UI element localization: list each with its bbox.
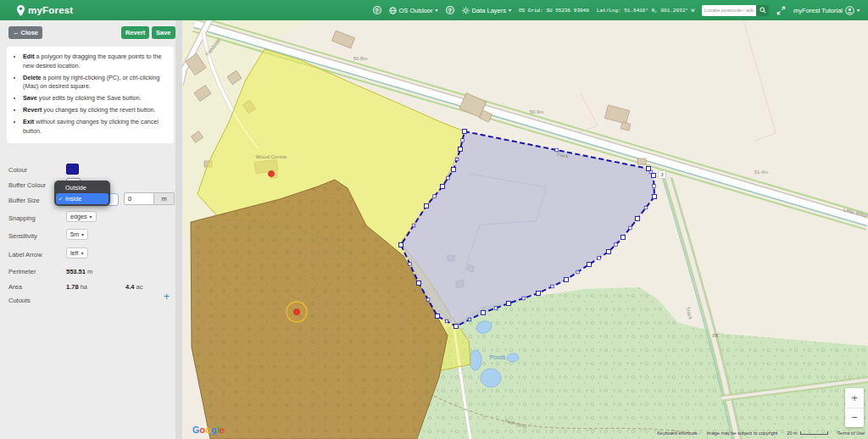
polygon-vertex-handle[interactable] bbox=[441, 185, 445, 189]
polygon-vertex-handle[interactable] bbox=[399, 243, 403, 247]
polygon-vertex-handle[interactable] bbox=[647, 167, 651, 171]
label-arrow-select[interactable]: left▾ bbox=[66, 247, 88, 258]
polygon-vertex-handle[interactable] bbox=[565, 278, 569, 282]
colour-swatch[interactable] bbox=[66, 164, 79, 175]
chevron-down-icon: ▾ bbox=[509, 8, 511, 13]
buffer-size-label: Buffer Size bbox=[8, 197, 40, 204]
polygon-midpoint-handle[interactable] bbox=[653, 185, 656, 188]
map-pin-icon bbox=[17, 5, 25, 16]
polygon-midpoint-handle[interactable] bbox=[598, 257, 601, 260]
compartment-marker[interactable] bbox=[293, 308, 299, 314]
brand[interactable]: myForest bbox=[17, 5, 73, 16]
area-label: Area bbox=[8, 283, 22, 291]
snapping-select[interactable]: edges▾ bbox=[66, 211, 97, 222]
keyboard-shortcuts-link[interactable]: Keyboard shortcuts bbox=[657, 431, 697, 436]
polygon-midpoint-handle[interactable] bbox=[445, 320, 448, 323]
help-icon-basemap[interactable]: ? bbox=[373, 6, 381, 14]
polygon-midpoint-handle[interactable] bbox=[412, 224, 415, 227]
polygon-vertex-handle[interactable] bbox=[636, 217, 640, 221]
chevron-down-icon: ▾ bbox=[436, 8, 438, 13]
polygon-midpoint-handle[interactable] bbox=[576, 270, 580, 274]
menu-option-inside[interactable]: ✓Inside bbox=[56, 193, 108, 204]
help-glyph: ? bbox=[448, 8, 451, 14]
polygon-midpoint-handle[interactable] bbox=[455, 158, 459, 161]
label-arrow-value: left bbox=[70, 249, 79, 257]
search-input[interactable] bbox=[702, 5, 756, 16]
label-arrow-label: Label Arrow bbox=[8, 251, 42, 258]
compartment-marker[interactable] bbox=[268, 170, 274, 176]
google-logo-letter: o bbox=[205, 425, 211, 435]
account-label: myForest Tutorial bbox=[793, 7, 843, 14]
menu-option-outside[interactable]: Outside bbox=[56, 182, 108, 193]
polygon-midpoint-handle[interactable] bbox=[551, 285, 554, 288]
fullscreen-icon[interactable] bbox=[776, 6, 786, 15]
polygon-vertex-handle[interactable] bbox=[463, 130, 467, 134]
search-button[interactable] bbox=[756, 5, 769, 16]
polygon-vertex-handle[interactable] bbox=[652, 174, 656, 178]
snapping-label: Snapping bbox=[8, 214, 36, 222]
polygon-midpoint-handle[interactable] bbox=[644, 206, 648, 209]
zoom-out-button[interactable]: − bbox=[845, 408, 864, 428]
data-layers-dropdown[interactable]: Data Layers ▾ bbox=[462, 7, 511, 14]
polygon-vertex-handle[interactable] bbox=[621, 236, 626, 240]
coordinates-readout: OS Grid: SU 55236 93940 Lat/Lng: 51.6416… bbox=[519, 8, 694, 14]
chevron-down-icon: ▾ bbox=[857, 8, 860, 13]
help-icon-layers[interactable]: ? bbox=[446, 6, 454, 14]
zoom-in-button[interactable]: + bbox=[845, 388, 864, 408]
search-icon bbox=[760, 7, 766, 14]
polygon-vertex-handle[interactable] bbox=[537, 292, 541, 296]
add-cutout-button[interactable]: + bbox=[164, 292, 170, 302]
scale-bar bbox=[800, 431, 828, 435]
snapping-value: edges bbox=[70, 213, 87, 220]
polygon-midpoint-handle[interactable] bbox=[494, 307, 498, 310]
google-logo-letter: e bbox=[220, 425, 225, 435]
gear-icon bbox=[462, 7, 470, 14]
account-menu[interactable]: myForest Tutorial ▾ bbox=[793, 6, 860, 15]
close-button[interactable]: ← Close bbox=[8, 26, 42, 39]
polygon-vertex-handle[interactable] bbox=[452, 168, 456, 172]
polygon-vertex-handle[interactable] bbox=[436, 314, 440, 319]
polygon-vertex-handle[interactable] bbox=[481, 311, 486, 315]
polygon-midpoint-handle[interactable] bbox=[433, 195, 437, 198]
brand-label: myForest bbox=[28, 5, 73, 15]
menu-option-label: Inside bbox=[65, 195, 81, 203]
save-button[interactable]: Save bbox=[152, 26, 175, 39]
map-canvas[interactable]: Fieldside50.8m50.9mTrack351.4mLittle Wit… bbox=[182, 20, 868, 439]
buffer-colour-menu: Outside✓Inside bbox=[54, 181, 110, 206]
scale-text: 20 m bbox=[787, 431, 797, 436]
edit-polygon-panel: ← Close Revert Save Edit a polygon by dr… bbox=[0, 20, 175, 439]
polygon-midpoint-handle[interactable] bbox=[629, 226, 632, 230]
polygon-midpoint-handle[interactable] bbox=[409, 263, 412, 266]
polygon-vertex-handle[interactable] bbox=[454, 325, 459, 329]
os-grid-value: OS Grid: SU 55236 93940 bbox=[519, 8, 589, 14]
revert-button[interactable]: Revert bbox=[121, 26, 149, 39]
polygon-vertex-handle[interactable] bbox=[653, 195, 657, 199]
map-label: 50.9m bbox=[530, 109, 544, 114]
polygon-midpoint-handle[interactable] bbox=[461, 139, 465, 142]
buffer-size-input[interactable] bbox=[124, 192, 154, 205]
polygon-midpoint-handle[interactable] bbox=[522, 297, 526, 300]
polygon-vertex-handle[interactable] bbox=[425, 204, 429, 208]
polygon-vertex-handle[interactable] bbox=[607, 250, 611, 254]
polygon-vertex-handle[interactable] bbox=[587, 263, 592, 267]
instruction-item: Save your edits by clicking the Save but… bbox=[23, 94, 169, 103]
polygon-midpoint-handle[interactable] bbox=[426, 298, 430, 302]
menu-option-label: Outside bbox=[65, 184, 86, 192]
polygon-midpoint-handle[interactable] bbox=[468, 318, 471, 321]
instructions-card: Edit a polygon by dragging the square po… bbox=[7, 47, 174, 143]
sensitivity-value: 5m bbox=[70, 231, 79, 238]
data-layers-label: Data Layers bbox=[472, 7, 506, 14]
cutouts-label: Cutouts bbox=[8, 297, 31, 304]
polygon-midpoint-handle[interactable] bbox=[447, 176, 450, 180]
basemap-dropdown[interactable]: OS Outdoor ▾ bbox=[389, 7, 438, 14]
sensitivity-select[interactable]: 5m▾ bbox=[66, 229, 88, 240]
scale-control: 20 m bbox=[787, 431, 827, 436]
terms-link[interactable]: Terms of Use bbox=[837, 431, 865, 436]
polygon-vertex-handle[interactable] bbox=[507, 302, 511, 306]
basemap-label: OS Outdoor bbox=[399, 7, 433, 14]
polygon-vertex-handle[interactable] bbox=[459, 147, 463, 152]
polygon-vertex-handle[interactable] bbox=[417, 281, 421, 286]
map-svg: Fieldside50.8m50.9mTrack351.4mLittle Wit… bbox=[182, 20, 868, 439]
polygon-midpoint-handle[interactable] bbox=[615, 243, 618, 247]
map-label: 51.4m bbox=[754, 169, 769, 175]
